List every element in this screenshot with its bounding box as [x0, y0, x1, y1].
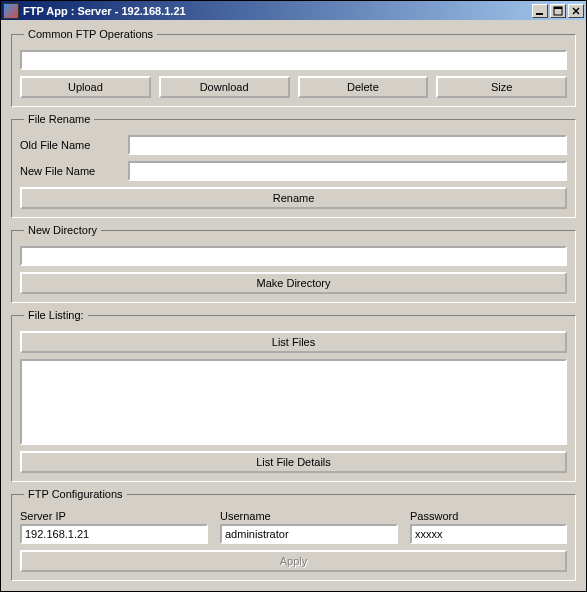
file-rename-group: File Rename Old File Name New File Name …: [11, 113, 576, 218]
old-file-name-label: Old File Name: [20, 139, 120, 151]
common-ops-legend: Common FTP Operations: [24, 28, 157, 40]
upload-button[interactable]: Upload: [20, 76, 151, 98]
minimize-icon: [535, 6, 545, 16]
client-area: Common FTP Operations Upload Download De…: [1, 20, 586, 591]
delete-button[interactable]: Delete: [298, 76, 429, 98]
new-file-name-input[interactable]: [128, 161, 567, 181]
file-listing-legend: File Listing:: [24, 309, 88, 321]
download-button[interactable]: Download: [159, 76, 290, 98]
list-files-button[interactable]: List Files: [20, 331, 567, 353]
file-listing-group: File Listing: List Files List File Detai…: [11, 309, 576, 482]
svg-rect-0: [536, 13, 543, 15]
username-input[interactable]: [220, 524, 398, 544]
common-ops-buttons: Upload Download Delete Size: [20, 76, 567, 98]
close-button[interactable]: [568, 4, 584, 18]
server-ip-label: Server IP: [20, 510, 208, 522]
common-ops-group: Common FTP Operations Upload Download De…: [11, 28, 576, 107]
titlebar: FTP App : Server - 192.168.1.21: [1, 1, 586, 20]
maximize-button[interactable]: [550, 4, 566, 18]
common-ops-input[interactable]: [20, 50, 567, 70]
ftp-config-legend: FTP Configurations: [24, 488, 127, 500]
svg-rect-2: [554, 7, 562, 9]
file-listbox[interactable]: [20, 359, 567, 445]
maximize-icon: [553, 6, 563, 16]
window-controls: [532, 4, 584, 18]
app-icon: [3, 3, 19, 19]
password-label: Password: [410, 510, 567, 522]
close-icon: [571, 6, 581, 16]
app-window: FTP App : Server - 192.168.1.21 Common F…: [0, 0, 587, 592]
new-directory-legend: New Directory: [24, 224, 101, 236]
ftp-config-group: FTP Configurations Server IP Username Pa…: [11, 488, 576, 581]
server-ip-input[interactable]: [20, 524, 208, 544]
window-title: FTP App : Server - 192.168.1.21: [23, 5, 532, 17]
rename-button[interactable]: Rename: [20, 187, 567, 209]
password-input[interactable]: [410, 524, 567, 544]
new-directory-input[interactable]: [20, 246, 567, 266]
new-file-name-label: New File Name: [20, 165, 120, 177]
new-directory-group: New Directory Make Directory: [11, 224, 576, 303]
size-button[interactable]: Size: [436, 76, 567, 98]
old-file-name-input[interactable]: [128, 135, 567, 155]
list-file-details-button[interactable]: List File Details: [20, 451, 567, 473]
make-directory-button[interactable]: Make Directory: [20, 272, 567, 294]
apply-button[interactable]: Apply: [20, 550, 567, 572]
minimize-button[interactable]: [532, 4, 548, 18]
file-rename-legend: File Rename: [24, 113, 94, 125]
username-label: Username: [220, 510, 398, 522]
